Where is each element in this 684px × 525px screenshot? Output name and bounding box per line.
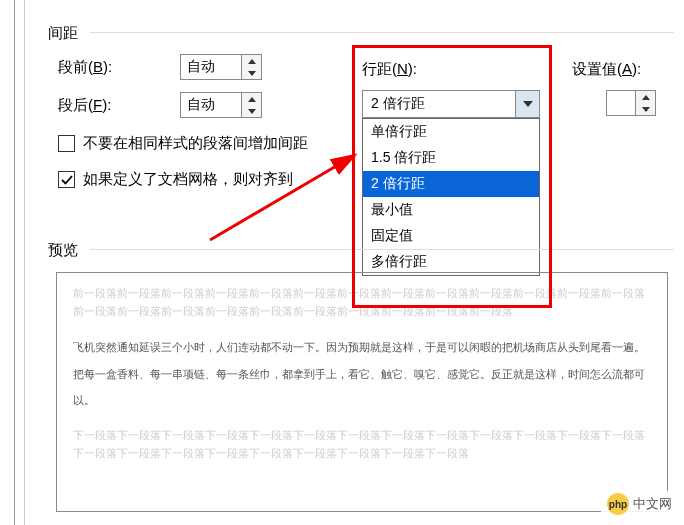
line-spacing-option-exact[interactable]: 固定值 [363, 223, 539, 249]
checkbox-align-grid[interactable] [58, 171, 75, 188]
preview-box: 前一段落前一段落前一段落前一段落前一段落前一段落前一段落前一段落前一段落前一段落… [56, 272, 668, 512]
preview-label: 预览 [48, 241, 84, 260]
spacing-before-spinner[interactable] [180, 54, 262, 80]
spacing-after-label: 段后(F): [58, 96, 128, 115]
checkbox-align-grid-label: 如果定义了文档网格，则对齐到 [83, 170, 293, 189]
section-spacing-title: 间距 [48, 24, 84, 43]
window-border-left [14, 0, 15, 525]
checkbox-no-space-same-style[interactable] [58, 135, 75, 152]
spacing-after-row: 段后(F): [58, 96, 128, 115]
spacing-after-up[interactable] [242, 93, 261, 105]
spacing-after-spinner[interactable] [180, 92, 262, 118]
spacing-before-label: 段前(B): [58, 58, 128, 77]
checkbox-no-space-same-style-row: 不要在相同样式的段落间增加间距 [58, 134, 308, 153]
line-spacing-option-1-5[interactable]: 1.5 倍行距 [363, 145, 539, 171]
preview-faint-after: 下一段落下一段落下一段落下一段落下一段落下一段落下一段落下一段落下一段落下一段落… [73, 427, 651, 462]
watermark-text: 中文网 [633, 495, 672, 513]
chevron-down-icon[interactable] [515, 91, 539, 117]
spacing-before-row: 段前(B): [58, 58, 128, 77]
watermark-logo-icon: php [607, 493, 629, 515]
window-border-left-inner [24, 0, 25, 525]
line-spacing-dropdown[interactable]: 单倍行距 1.5 倍行距 2 倍行距 最小值 固定值 多倍行距 [362, 118, 540, 276]
set-value-down[interactable] [636, 103, 655, 115]
line-spacing-option-single[interactable]: 单倍行距 [363, 119, 539, 145]
preview-divider [90, 249, 674, 250]
spacing-after-input[interactable] [181, 93, 241, 117]
spacing-before-input[interactable] [181, 55, 241, 79]
line-spacing-select[interactable]: 2 倍行距 [362, 90, 540, 118]
line-spacing-selected: 2 倍行距 [363, 95, 515, 113]
watermark: php 中文网 [601, 491, 678, 517]
line-spacing-option-double[interactable]: 2 倍行距 [363, 171, 539, 197]
annotation-arrow-icon [200, 140, 370, 250]
set-value-up[interactable] [636, 91, 655, 103]
set-value-spinner[interactable] [606, 90, 656, 116]
spacing-after-down[interactable] [242, 105, 261, 117]
set-value-label: 设置值(A): [572, 60, 641, 79]
checkbox-no-space-same-style-label: 不要在相同样式的段落间增加间距 [83, 134, 308, 153]
svg-line-0 [210, 155, 355, 240]
set-value-input[interactable] [607, 91, 635, 115]
section-spacing-divider [90, 32, 674, 33]
preview-body-text: 飞机突然通知延误三个小时，人们连动都不动一下。因为预期就是这样，于是可以闲暇的把… [73, 334, 651, 413]
spacing-before-down[interactable] [242, 67, 261, 79]
line-spacing-option-min[interactable]: 最小值 [363, 197, 539, 223]
spacing-before-up[interactable] [242, 55, 261, 67]
preview-faint-before: 前一段落前一段落前一段落前一段落前一段落前一段落前一段落前一段落前一段落前一段落… [73, 285, 651, 320]
line-spacing-label: 行距(N): [362, 60, 417, 79]
checkbox-align-grid-row: 如果定义了文档网格，则对齐到 [58, 170, 293, 189]
